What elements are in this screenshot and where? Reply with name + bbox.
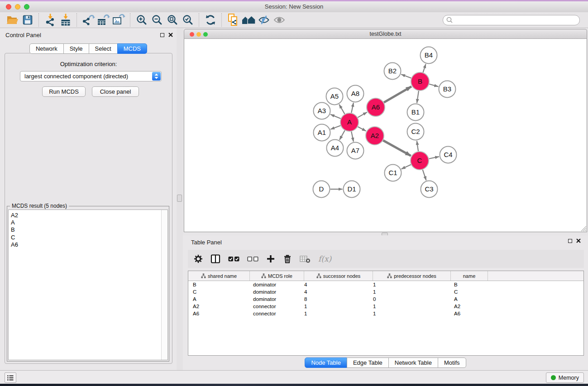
table-cell[interactable]: 0 (373, 296, 451, 302)
graph-node-A1[interactable]: A1 (314, 124, 330, 141)
graph-edge-A-A6[interactable] (358, 112, 367, 118)
refresh-layout-icon[interactable] (203, 13, 218, 27)
delete-columns-icon[interactable] (283, 254, 292, 264)
table-cell[interactable]: B (188, 282, 250, 287)
graph-node-A4[interactable]: A4 (327, 140, 344, 157)
vertical-split-divider[interactable] (177, 28, 183, 370)
graph-edge-A-A5[interactable] (339, 105, 344, 114)
network-close-light[interactable] (190, 32, 194, 37)
graph-edge-A-A7[interactable] (351, 132, 354, 142)
save-session-icon[interactable] (20, 13, 35, 27)
graph-node-A3[interactable]: A3 (314, 103, 330, 119)
table-cell[interactable]: dominator (250, 282, 304, 287)
table-cell[interactable]: 1 (373, 282, 451, 287)
table-cell[interactable]: A6 (188, 311, 250, 316)
float-panel-icon[interactable] (160, 33, 164, 37)
eye-icon[interactable] (272, 13, 287, 27)
run-mcds-button[interactable]: Run MCDS (42, 86, 86, 97)
table-row[interactable]: A6connector11A6 (188, 310, 583, 317)
criterion-select[interactable]: largest connected component (directed) (20, 71, 162, 81)
table-cell[interactable]: 4 (304, 282, 373, 287)
graph-node-B1[interactable]: B1 (407, 104, 424, 121)
graph-edge-A-A8[interactable] (351, 103, 354, 113)
tab-node-table[interactable]: Node Table (305, 357, 347, 368)
zoom-out-icon[interactable] (149, 13, 165, 27)
graph-node-D[interactable]: D (313, 181, 330, 198)
table-mode-icon[interactable] (210, 254, 220, 264)
graph-edge-A-A1[interactable] (330, 125, 340, 129)
graph-node-B2[interactable]: B2 (384, 63, 401, 80)
import-table-icon[interactable] (58, 13, 73, 27)
float-table-panel-icon[interactable] (568, 239, 572, 243)
result-list-item[interactable]: A6 (11, 241, 18, 248)
close-window-light[interactable] (6, 4, 11, 10)
table-cell[interactable]: 1 (373, 289, 451, 295)
column-header-mcds-role[interactable]: MCDS role (250, 271, 304, 281)
table-cell[interactable]: A2 (451, 304, 488, 309)
table-cell[interactable]: 4 (304, 289, 373, 295)
graph-node-C2[interactable]: C2 (407, 124, 424, 140)
column-header-predecessor-nodes[interactable]: predecessor nodes (373, 271, 451, 281)
graph-node-B[interactable]: B (411, 72, 429, 91)
export-table-icon[interactable] (96, 13, 111, 27)
zoom-selected-icon[interactable] (180, 13, 196, 27)
graph-edge-B-B2[interactable] (401, 74, 411, 78)
graph-node-C1[interactable]: C1 (385, 165, 402, 181)
eye-slash-icon[interactable] (256, 13, 272, 27)
graph-node-A8[interactable]: A8 (347, 86, 364, 102)
graph-edge-C-C1[interactable] (402, 165, 411, 169)
search-input[interactable] (443, 15, 580, 25)
tab-style[interactable]: Style (63, 43, 89, 54)
column-header-name[interactable]: name (451, 271, 488, 281)
graph-node-A5[interactable]: A5 (326, 88, 343, 105)
table-cell[interactable]: connector (250, 311, 304, 316)
graph-node-D1[interactable]: D1 (344, 181, 360, 198)
network-minimize-light[interactable] (196, 32, 201, 37)
table-cell[interactable]: 1 (373, 311, 451, 316)
resize-grip-icon[interactable] (580, 225, 586, 231)
graph-edge-A-A4[interactable] (339, 130, 345, 140)
graph-node-A7[interactable]: A7 (347, 143, 364, 159)
table-cell[interactable]: dominator (250, 289, 304, 295)
table-cell[interactable]: 1 (373, 304, 451, 309)
zoom-in-icon[interactable] (134, 13, 149, 27)
table-cell[interactable]: 1 (304, 304, 373, 309)
close-table-panel-icon[interactable] (576, 238, 581, 243)
graph-edge-C-C3[interactable] (423, 170, 426, 181)
graph-edge-B-B1[interactable] (417, 91, 419, 103)
open-session-icon[interactable] (5, 13, 20, 27)
import-network-icon[interactable] (43, 13, 58, 27)
table-row[interactable]: Cdominator41C (188, 288, 583, 295)
settings-gear-icon[interactable] (194, 254, 203, 263)
result-list-item[interactable]: C (11, 234, 18, 241)
network-graph[interactable]: B4B2BB3A5A8A6A3B1AC2A1A2A4A7C4CC1C3DD1 (184, 39, 587, 231)
graph-edge-B-B4[interactable] (423, 64, 426, 72)
tab-edge-table[interactable]: Edge Table (347, 357, 389, 368)
graph-edge-A6-B[interactable] (384, 86, 411, 102)
duplicate-network-icon[interactable] (225, 13, 241, 27)
close-panel-button[interactable]: Close panel (92, 86, 139, 97)
result-list-item[interactable]: A (11, 219, 18, 226)
table-cell[interactable]: 1 (304, 311, 373, 316)
table-cell[interactable]: B (451, 282, 488, 287)
table-cell[interactable]: 8 (304, 296, 373, 302)
tab-motifs[interactable]: Motifs (438, 357, 466, 368)
tab-select[interactable]: Select (89, 43, 118, 54)
export-image-icon[interactable] (111, 13, 127, 27)
mcds-result-list[interactable]: A2ABCA6 (8, 210, 168, 360)
graph-node-A6[interactable]: A6 (367, 98, 385, 116)
column-header-successor-nodes[interactable]: successor nodes (304, 271, 373, 281)
hide-all-columns-icon[interactable] (247, 256, 258, 262)
show-all-columns-icon[interactable] (228, 256, 239, 262)
vertical-split-handle[interactable] (177, 195, 182, 202)
network-window-titlebar[interactable]: testGlobe.txt (184, 29, 587, 39)
table-cell[interactable]: C (451, 289, 488, 295)
table-cell[interactable]: connector (250, 304, 304, 309)
table-cell[interactable]: A (451, 296, 488, 302)
minimize-window-light[interactable] (15, 4, 20, 10)
graph-node-B4[interactable]: B4 (421, 47, 437, 64)
graph-edge-A-A3[interactable] (330, 114, 341, 119)
graph-node-C3[interactable]: C3 (421, 181, 438, 198)
graph-edge-A2-C[interactable] (383, 140, 411, 156)
table-cell[interactable]: dominator (250, 296, 304, 302)
